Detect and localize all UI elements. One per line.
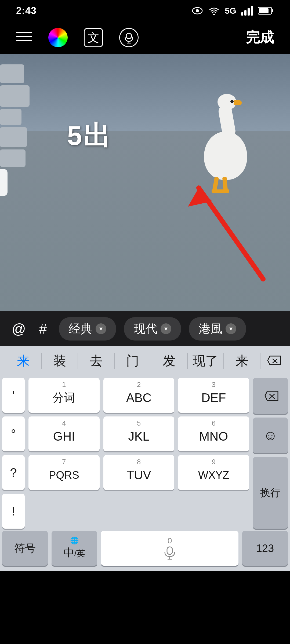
space-key[interactable]: 0 [101,531,238,566]
done-button[interactable]: 完成 [246,28,274,47]
key-apostrophe[interactable]: ' [2,378,25,413]
svg-point-2 [213,14,215,15]
key-exclaim[interactable]: ! [2,494,25,529]
status-time: 2:43 [16,5,37,16]
key-question[interactable]: ? [2,455,25,490]
microphone-icon [163,546,176,560]
rocks [0,64,30,167]
key-3-def[interactable]: 3 DEF [178,378,249,413]
svg-rect-11 [16,36,32,37]
candidate-2[interactable]: 去 [78,350,114,372]
voice-icon[interactable] [119,28,139,47]
candidate-3[interactable]: 门 [115,350,151,372]
red-arrow [166,156,274,290]
key-degree[interactable]: ° [2,416,25,451]
delete-button[interactable] [260,353,285,368]
symbol-key[interactable]: 符号 [2,531,48,566]
key-5-jkl[interactable]: 5 JKL [103,416,175,451]
svg-rect-9 [259,8,269,13]
key-9-wxyz[interactable]: 9 WXYZ [178,455,249,490]
language-key[interactable]: 🌐 中/英 [52,531,97,566]
backspace-key[interactable] [253,378,288,414]
toolbar: 文 完成 [0,21,290,54]
suggestion-modern[interactable]: 现代 ▾ [124,317,181,341]
left-symbol-column: ' ° ? ! [2,378,25,529]
color-wheel-button[interactable] [48,28,68,47]
suggestion-classic[interactable]: 经典 ▾ [59,317,116,341]
eye-icon [191,5,203,17]
key-8-tuv[interactable]: 8 TUV [103,455,175,490]
video-overlay-text: 5出 [67,118,111,154]
status-icons: 5G [191,5,274,17]
candidate-4[interactable]: 发 [151,350,187,372]
classic-down-icon: ▾ [96,323,106,334]
key-1-fenci[interactable]: 1 分词 [28,378,100,413]
key-row-1: 1 分词 2 ABC 3 DEF [28,378,249,413]
svg-rect-4 [244,10,247,16]
battery-icon [258,6,274,15]
menu-icon[interactable] [16,30,32,46]
translate-icon[interactable]: 文 [84,28,103,47]
svg-point-13 [126,33,132,39]
wifi-icon [208,5,220,17]
video-area: 5出 [0,54,290,311]
hash-symbol[interactable]: # [35,321,51,337]
keyboard-bottom-row: 符号 🌐 中/英 0 123 [0,529,290,571]
svg-rect-5 [248,8,250,16]
enter-key[interactable]: 换行 [253,457,288,529]
candidates-bar: 来 装 去 门 发 现了 来 [0,346,290,376]
candidate-6[interactable]: 来 [224,350,260,372]
status-bar: 2:43 5G [0,0,290,21]
key-4-ghi[interactable]: 4 GHI [28,416,100,451]
key-2-abc[interactable]: 2 ABC [103,378,175,413]
5g-icon: 5G [225,6,236,16]
suggestion-hk[interactable]: 港風 ▾ [189,317,246,341]
svg-rect-6 [251,6,253,16]
signal-icon [241,6,253,16]
right-action-column: ☺ 换行 [253,378,288,529]
main-key-grid: 1 分词 2 ABC 3 DEF 4 GHI 5 [28,378,249,529]
toolbar-left: 文 [16,28,139,47]
candidate-0[interactable]: 来 [5,350,41,372]
svg-rect-10 [16,32,32,33]
svg-point-1 [196,9,199,12]
video-background: 5出 [0,54,290,311]
key-6-mno[interactable]: 6 MNO [178,416,249,451]
emoji-key[interactable]: ☺ [253,418,288,453]
key-7-pqrs[interactable]: 7 PQRS [28,455,100,490]
modern-down-icon: ▾ [161,323,171,334]
side-handle[interactable] [0,169,8,196]
svg-rect-12 [16,40,32,41]
suggestions-bar: @ # 经典 ▾ 现代 ▾ 港風 ▾ [0,311,290,346]
svg-rect-8 [272,9,273,12]
at-symbol[interactable]: @ [11,321,27,337]
keyboard: ' ° ? ! 1 分词 2 ABC [0,376,290,571]
svg-rect-3 [241,12,243,16]
key-row-3: 7 PQRS 8 TUV 9 WXYZ [28,455,249,490]
candidate-1[interactable]: 装 [42,350,78,372]
candidate-5[interactable]: 现了 [188,350,224,372]
svg-rect-22 [167,547,172,554]
hk-down-icon: ▾ [226,323,236,334]
numbers-key[interactable]: 123 [242,531,288,566]
key-row-2: 4 GHI 5 JKL 6 MNO [28,416,249,451]
